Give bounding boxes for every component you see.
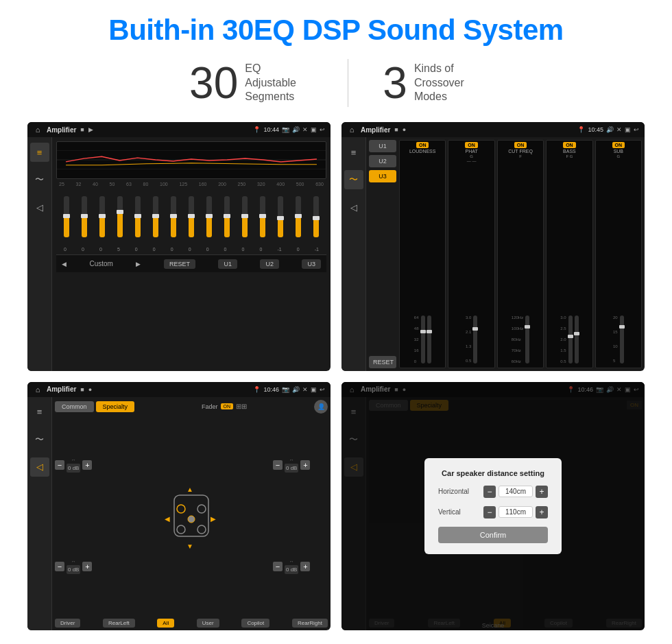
fader-on-badge[interactable]: ON bbox=[221, 403, 234, 409]
bass-slider[interactable] bbox=[568, 315, 573, 363]
eq-slider-8[interactable] bbox=[189, 192, 194, 241]
eq-slider-15[interactable] bbox=[313, 192, 319, 241]
eq-slider-13[interactable] bbox=[278, 192, 283, 241]
rearleft-btn[interactable]: RearLeft bbox=[103, 619, 135, 628]
bl-minus-btn[interactable]: − bbox=[55, 562, 64, 571]
rearright-btn[interactable]: RearRight bbox=[292, 619, 328, 628]
eq-slider-10[interactable] bbox=[224, 192, 230, 241]
loudness-slider[interactable] bbox=[421, 315, 425, 363]
dialog-overlay: Car speaker distance setting Horizontal … bbox=[341, 382, 645, 631]
crossover-eq-icon[interactable]: ≡ bbox=[344, 143, 363, 162]
crossover-back-icon: ↩ bbox=[634, 126, 639, 133]
spk-eq-icon[interactable]: ≡ bbox=[30, 403, 49, 422]
speaker-diagram: ▲ ▼ ◀ ▶ bbox=[114, 416, 269, 617]
fl-vol-display: 0 dB bbox=[67, 464, 80, 473]
bl-vol-display: 0 dB bbox=[67, 565, 80, 574]
u1-button[interactable]: U1 bbox=[218, 259, 237, 269]
loudness-slider2[interactable] bbox=[427, 315, 431, 363]
channel-phat: ON PHAT G — — 3.02.11.30.5 bbox=[448, 140, 494, 368]
fr-minus-btn[interactable]: − bbox=[273, 460, 283, 470]
vertical-plus-btn[interactable]: + bbox=[536, 506, 548, 518]
phat-name: PHAT bbox=[466, 149, 478, 154]
cutfreq-slider[interactable] bbox=[525, 315, 529, 363]
speaker-home-icon[interactable]: ⌂ bbox=[33, 385, 43, 394]
crossover-home-icon[interactable]: ⌂ bbox=[347, 125, 357, 134]
phat-slider[interactable] bbox=[473, 315, 477, 363]
home-icon[interactable]: ⌂ bbox=[33, 125, 43, 134]
ch-sub-header: ON SUB G bbox=[597, 142, 640, 158]
loudness-on-badge[interactable]: ON bbox=[416, 142, 429, 148]
eq-slider-14[interactable] bbox=[296, 192, 301, 241]
eq-slider-1[interactable] bbox=[64, 192, 69, 241]
fr-plus-btn[interactable]: + bbox=[300, 460, 310, 470]
horizontal-plus-btn[interactable]: + bbox=[536, 486, 548, 498]
spk-wave-icon[interactable]: 〜 bbox=[30, 430, 49, 449]
sidebar-wave-icon[interactable]: 〜 bbox=[30, 170, 49, 189]
crossover-reset-btn[interactable]: RESET bbox=[369, 356, 396, 368]
eq-custom-label: Custom bbox=[89, 260, 112, 267]
u3-button[interactable]: U3 bbox=[302, 259, 321, 269]
eq-record-icon: ■ bbox=[80, 126, 84, 133]
bl-vol-control: − ↔ 0 dB + bbox=[55, 559, 110, 574]
eq-sidebar: ≡ 〜 ◁ bbox=[27, 137, 52, 371]
fr-vol-control: − ↔ 0 dB + bbox=[273, 457, 328, 473]
bass-slider2[interactable] bbox=[575, 315, 579, 363]
eq-slider-7[interactable] bbox=[171, 192, 176, 241]
common-btn[interactable]: Common bbox=[55, 401, 94, 412]
crossover-time: 10:45 bbox=[588, 126, 603, 133]
stats-row: 30 EQ AdjustableSegments 3 Kinds ofCross… bbox=[27, 59, 645, 107]
svg-point-4 bbox=[177, 505, 185, 513]
crossover-u3-btn[interactable]: U3 bbox=[369, 170, 396, 182]
crossover-wave-icon[interactable]: 〜 bbox=[344, 170, 363, 189]
eq-slider-11[interactable] bbox=[242, 192, 248, 241]
eq-status-bar: ⌂ Amplifier ■ ▶ 📍 10:44 📷 🔊 ✕ ▣ ↩ bbox=[27, 122, 331, 137]
all-btn[interactable]: All bbox=[157, 619, 174, 628]
sub-on-badge[interactable]: ON bbox=[612, 142, 625, 148]
eq-slider-2[interactable] bbox=[82, 192, 87, 241]
sub-slider[interactable] bbox=[620, 315, 624, 363]
eq-screen-title: Amplifier bbox=[47, 126, 76, 134]
u2-button[interactable]: U2 bbox=[260, 259, 279, 269]
prev-icon[interactable]: ◀ bbox=[62, 261, 67, 267]
user-btn[interactable]: User bbox=[197, 619, 219, 628]
sidebar-eq-icon[interactable]: ≡ bbox=[30, 143, 49, 162]
fl-plus-btn[interactable]: + bbox=[82, 460, 92, 470]
fader-slider-icon: ⊞⊞ bbox=[236, 403, 247, 410]
eq-chart bbox=[56, 141, 326, 179]
crossover-speaker-icon[interactable]: ◁ bbox=[344, 198, 363, 217]
speaker-time: 10:46 bbox=[263, 386, 279, 393]
confirm-button[interactable]: Confirm bbox=[438, 527, 548, 543]
eq-slider-12[interactable] bbox=[260, 192, 265, 241]
phat-on-badge[interactable]: ON bbox=[465, 142, 478, 148]
sidebar-speaker-icon[interactable]: ◁ bbox=[30, 198, 49, 217]
eq-status-left: ⌂ Amplifier ■ ▶ bbox=[33, 125, 93, 134]
driver-btn[interactable]: Driver bbox=[55, 619, 80, 628]
vertical-minus-btn[interactable]: − bbox=[483, 506, 496, 518]
fader-row: Fader ON ⊞⊞ bbox=[202, 403, 247, 410]
eq-slider-6[interactable] bbox=[153, 192, 158, 241]
fl-minus-btn[interactable]: − bbox=[55, 460, 64, 470]
copilot-btn[interactable]: Copilot bbox=[241, 619, 269, 628]
eq-slider-4[interactable] bbox=[117, 192, 123, 241]
br-plus-btn[interactable]: + bbox=[300, 562, 310, 571]
specialty-btn[interactable]: Specialty bbox=[96, 401, 135, 412]
bass-on-badge[interactable]: ON bbox=[563, 142, 576, 148]
eq-slider-3[interactable] bbox=[99, 192, 105, 241]
speaker-location-icon: 📍 bbox=[253, 386, 261, 393]
horizontal-minus-btn[interactable]: − bbox=[483, 486, 496, 498]
reset-button[interactable]: RESET bbox=[164, 259, 195, 269]
cutfreq-on-badge[interactable]: ON bbox=[514, 142, 527, 148]
eq-main-area: 2532405063 80100125160200 25032040050063… bbox=[52, 137, 331, 371]
crossover-status-left: ⌂ Amplifier ■ ● bbox=[347, 125, 406, 134]
eq-slider-5[interactable] bbox=[135, 192, 141, 241]
crossover-u1-btn[interactable]: U1 bbox=[369, 140, 396, 152]
crossover-u2-btn[interactable]: U2 bbox=[369, 155, 396, 167]
next-icon[interactable]: ▶ bbox=[136, 261, 141, 267]
br-minus-btn[interactable]: − bbox=[273, 562, 283, 571]
speaker-left-controls: − ↔ 0 dB + − ↔ bbox=[55, 416, 110, 617]
bl-plus-btn[interactable]: + bbox=[82, 562, 92, 571]
crossover-close-icon: ✕ bbox=[616, 126, 622, 133]
crossover-location-icon: 📍 bbox=[577, 126, 585, 133]
spk-speaker-icon[interactable]: ◁ bbox=[30, 457, 49, 477]
eq-slider-9[interactable] bbox=[206, 192, 212, 241]
